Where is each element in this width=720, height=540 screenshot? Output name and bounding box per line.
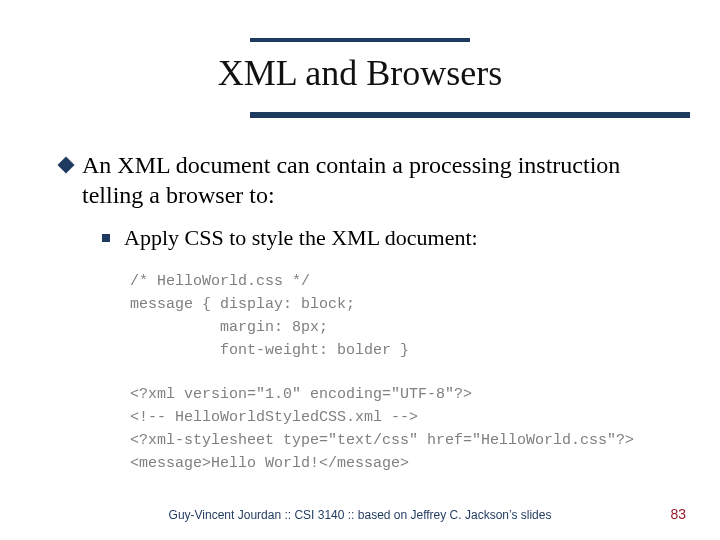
diamond-bullet-icon — [58, 157, 75, 174]
bullet-level-1: An XML document can contain a processing… — [60, 150, 680, 210]
square-bullet-icon — [102, 234, 110, 242]
footer-page-number: 83 — [670, 506, 686, 522]
slide: XML and Browsers An XML document can con… — [0, 0, 720, 540]
code-block-xml: <?xml version="1.0" encoding="UTF-8"?> <… — [130, 383, 680, 476]
slide-title: XML and Browsers — [0, 52, 720, 94]
slide-body: An XML document can contain a processing… — [60, 150, 680, 476]
footer-attribution: Guy-Vincent Jourdan :: CSI 3140 :: based… — [0, 508, 720, 522]
code-block-css: /* HelloWorld.css */ message { display: … — [130, 270, 680, 363]
bullet-level-1-text: An XML document can contain a processing… — [82, 150, 680, 210]
bullet-level-2-text: Apply CSS to style the XML document: — [124, 224, 478, 252]
bullet-level-2: Apply CSS to style the XML document: — [102, 224, 680, 252]
title-rule-bottom — [250, 112, 690, 118]
title-rule-top — [250, 38, 470, 42]
